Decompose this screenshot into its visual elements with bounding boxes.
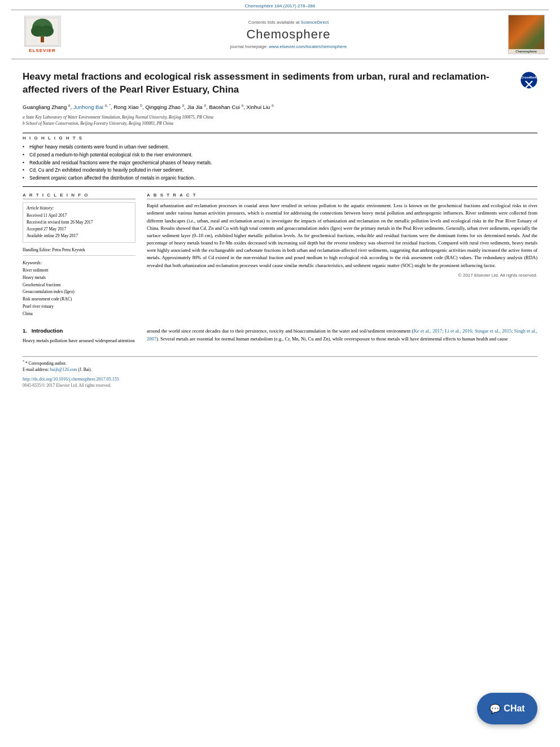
highlights-section: H I G H L I G H T S Higher heavy metals … bbox=[23, 133, 537, 187]
svg-text:CrossMark: CrossMark bbox=[521, 76, 536, 79]
elsevier-logo: ELSEVIER bbox=[24, 16, 61, 53]
abstract-text: Rapid urbanization and reclamation proce… bbox=[147, 202, 537, 269]
affiliation-b: b School of Nature Conservation, Beijing… bbox=[23, 120, 537, 126]
footnote-section: * * Corresponding author. E-mail address… bbox=[23, 356, 537, 388]
article-info-abstract-section: A R T I C L E I N F O Article history: R… bbox=[23, 193, 537, 317]
article-info-header: A R T I C L E I N F O bbox=[23, 193, 135, 199]
corresponding-author: Junhong Bai bbox=[73, 104, 103, 110]
abstract-column: A B S T R A C T Rapid urbanization and r… bbox=[147, 193, 537, 317]
intro-left-text: Heavy metals pollution have aroused wide… bbox=[23, 337, 135, 344]
highlight-item-3: Reducible and residual fractions were th… bbox=[23, 160, 537, 167]
keywords-section: Keywords: River sediment Heavy metals Ge… bbox=[23, 260, 135, 317]
chat-widget-button[interactable]: 💬 CHat bbox=[477, 693, 537, 724]
sciencedirect-link[interactable]: ScienceDirect bbox=[301, 20, 329, 25]
intro-section-title: 1. Introduction bbox=[23, 327, 135, 334]
corresponding-author-note: * * Corresponding author. bbox=[23, 360, 537, 366]
keyword-4: Geoaccumulation index (Igeo) bbox=[23, 289, 135, 296]
journal-thumbnail-area: Chemosphere bbox=[504, 15, 549, 54]
authors-line: Guangliang Zhang a, Junhong Bai a, *, Ro… bbox=[23, 102, 537, 111]
introduction-right: around the world since recent decades du… bbox=[147, 327, 537, 344]
journal-title: Chemosphere bbox=[246, 27, 330, 42]
doi-link[interactable]: http://dx.doi.org/10.1016/j.chemosphere.… bbox=[23, 377, 119, 382]
article-info-column: A R T I C L E I N F O Article history: R… bbox=[23, 193, 135, 317]
journal-header: ELSEVIER Contents lists available at Sci… bbox=[11, 10, 549, 59]
copyright-line: © 2017 Elsevier Ltd. All rights reserved… bbox=[147, 273, 537, 278]
email-link[interactable]: baijh@126.com bbox=[50, 367, 77, 372]
homepage-line: journal homepage: www.elsevier.com/locat… bbox=[230, 44, 347, 49]
journal-thumbnail: Chemosphere bbox=[508, 15, 545, 54]
chat-label: CHat bbox=[504, 704, 524, 714]
keyword-5: Risk assessment code (RAC) bbox=[23, 296, 135, 303]
article-history-title: Article history: bbox=[27, 206, 132, 211]
received-date: Received 11 April 2017 bbox=[27, 212, 132, 219]
citation-text: Chemosphere 184 (2017) 278–288 bbox=[245, 3, 316, 8]
article-title: Heavy metal fractions and ecological ris… bbox=[23, 71, 515, 97]
elsevier-text: ELSEVIER bbox=[29, 48, 56, 53]
abstract-header: A B S T R A C T bbox=[147, 193, 537, 199]
page: Chemosphere 184 (2017) 278–288 bbox=[0, 0, 560, 747]
elsevier-logo-area: ELSEVIER bbox=[11, 15, 73, 54]
introduction-left: 1. Introduction Heavy metals pollution h… bbox=[23, 327, 135, 344]
available-online-date: Available online 29 May 2017 bbox=[27, 233, 132, 239]
keyword-1: River sediment bbox=[23, 267, 135, 274]
keyword-3: Geochemical fractions bbox=[23, 282, 135, 289]
highlight-item-5: Sediment organic carbon affected the dis… bbox=[23, 175, 537, 182]
handling-editor-label: Handling Editor: bbox=[23, 247, 51, 252]
highlight-item-1: Higher heavy metals contents were found … bbox=[23, 144, 537, 151]
journal-info-center: Contents lists available at ScienceDirec… bbox=[73, 15, 504, 54]
highlights-list: Higher heavy metals contents were found … bbox=[23, 143, 537, 184]
intro-right-text: around the world since recent decades du… bbox=[147, 327, 537, 342]
doi-line: http://dx.doi.org/10.1016/j.chemosphere.… bbox=[23, 377, 537, 382]
svg-rect-4 bbox=[41, 37, 44, 42]
svg-point-3 bbox=[40, 25, 54, 37]
email-note: E-mail address: baijh@126.com (J. Bai). bbox=[23, 367, 537, 372]
journal-citation: Chemosphere 184 (2017) 278–288 bbox=[0, 0, 560, 10]
thumbnail-label: Chemosphere bbox=[509, 49, 544, 54]
affiliation-a: a State Key Laboratory of Water Environm… bbox=[23, 114, 537, 120]
highlight-item-2: Cd posed a medium-to-high potential ecol… bbox=[23, 152, 537, 159]
introduction-section: 1. Introduction Heavy metals pollution h… bbox=[23, 327, 537, 344]
article-history-box: Article history: Received 11 April 2017 … bbox=[23, 202, 135, 243]
svg-point-6 bbox=[521, 72, 537, 89]
affiliations: a State Key Laboratory of Water Environm… bbox=[23, 114, 537, 127]
keyword-6: Pearl river estuary bbox=[23, 303, 135, 311]
keywords-title: Keywords: bbox=[23, 260, 135, 265]
handling-editor-section: Handling Editor: Petra Petra Krystek bbox=[23, 247, 135, 256]
crossmark-badge[interactable]: CrossMark bbox=[520, 72, 537, 89]
cite-ke[interactable]: Ke et al., 2017; Li et al., 2016; Sungur… bbox=[147, 328, 537, 341]
highlight-item-4: Cd, Cu and Zn exhibited moderately to he… bbox=[23, 167, 537, 174]
highlights-label: H I G H L I G H T S bbox=[23, 136, 537, 141]
keyword-2: Heavy metals bbox=[23, 274, 135, 282]
issn-line: 0045-6535/© 2017 Elsevier Ltd. All right… bbox=[23, 383, 537, 388]
chat-icon: 💬 bbox=[489, 704, 501, 714]
contents-available-line: Contents lists available at ScienceDirec… bbox=[248, 20, 329, 25]
handling-editor-name: Petra Petra Krystek bbox=[53, 247, 85, 252]
main-content: Heavy metal fractions and ecological ris… bbox=[23, 71, 537, 388]
accepted-date: Accepted 27 May 2017 bbox=[27, 226, 132, 233]
article-title-section: Heavy metal fractions and ecological ris… bbox=[23, 71, 537, 97]
received-revised-date: Received in revised form 26 May 2017 bbox=[27, 219, 132, 226]
keyword-7: China bbox=[23, 311, 135, 318]
homepage-link[interactable]: www.elsevier.com/locate/chemosphere bbox=[269, 44, 347, 49]
elsevier-tree-image bbox=[24, 16, 61, 47]
